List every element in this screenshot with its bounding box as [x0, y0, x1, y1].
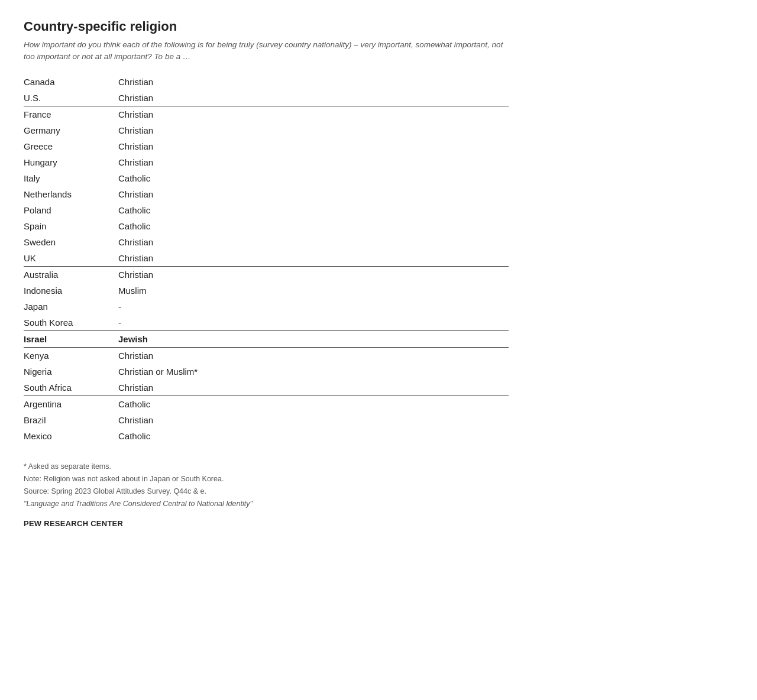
country-cell: France	[24, 106, 118, 122]
country-cell: Spain	[24, 218, 118, 234]
religion-cell: Christian	[118, 412, 509, 428]
country-cell: Sweden	[24, 234, 118, 250]
religion-cell: Christian or Muslim*	[118, 364, 509, 380]
religion-cell: Christian	[118, 380, 509, 396]
country-cell: Greece	[24, 138, 118, 154]
country-cell: Canada	[24, 74, 118, 90]
country-cell: Hungary	[24, 154, 118, 170]
country-cell: Italy	[24, 170, 118, 186]
religion-cell: Christian	[118, 138, 509, 154]
religion-cell: Christian	[118, 186, 509, 202]
country-cell: Indonesia	[24, 283, 118, 299]
country-cell: Japan	[24, 299, 118, 315]
country-cell: Germany	[24, 122, 118, 138]
religion-cell: Catholic	[118, 428, 509, 444]
country-cell: Argentina	[24, 396, 118, 412]
religion-cell: Muslim	[118, 283, 509, 299]
religion-cell: Christian	[118, 106, 509, 122]
note-line: Note: Religion was not asked about in Ja…	[24, 473, 509, 485]
country-cell: Brazil	[24, 412, 118, 428]
religion-cell: Christian	[118, 250, 509, 267]
religion-cell: Christian	[118, 266, 509, 283]
religion-cell: Catholic	[118, 396, 509, 412]
note-line: "Language and Traditions Are Considered …	[24, 498, 509, 510]
country-cell: Kenya	[24, 347, 118, 364]
data-table: CanadaChristianU.S.ChristianFranceChrist…	[24, 74, 509, 444]
country-cell: UK	[24, 250, 118, 267]
religion-cell: Christian	[118, 154, 509, 170]
pew-credit: PEW RESEARCH CENTER	[24, 519, 509, 528]
country-cell: Australia	[24, 266, 118, 283]
religion-cell: Catholic	[118, 218, 509, 234]
religion-cell: -	[118, 315, 509, 331]
religion-cell: Catholic	[118, 170, 509, 186]
country-cell: South Korea	[24, 315, 118, 331]
religion-cell: Christian	[118, 74, 509, 90]
religion-cell: Catholic	[118, 202, 509, 218]
religion-cell: Christian	[118, 90, 509, 106]
country-cell: South Africa	[24, 380, 118, 396]
religion-cell: Jewish	[118, 330, 509, 347]
country-cell: Mexico	[24, 428, 118, 444]
religion-cell: Christian	[118, 234, 509, 250]
country-cell: Netherlands	[24, 186, 118, 202]
note-line: Source: Spring 2023 Global Attitudes Sur…	[24, 485, 509, 498]
country-cell: U.S.	[24, 90, 118, 106]
note-line: * Asked as separate items.	[24, 461, 509, 473]
religion-cell: -	[118, 299, 509, 315]
notes-section: * Asked as separate items.Note: Religion…	[24, 461, 509, 511]
religion-cell: Christian	[118, 122, 509, 138]
country-cell: Nigeria	[24, 364, 118, 380]
country-cell: Poland	[24, 202, 118, 218]
religion-cell: Christian	[118, 347, 509, 364]
country-cell: Israel	[24, 330, 118, 347]
subtitle: How important do you think each of the f…	[24, 39, 509, 63]
page-title: Country-specific religion	[24, 19, 509, 34]
